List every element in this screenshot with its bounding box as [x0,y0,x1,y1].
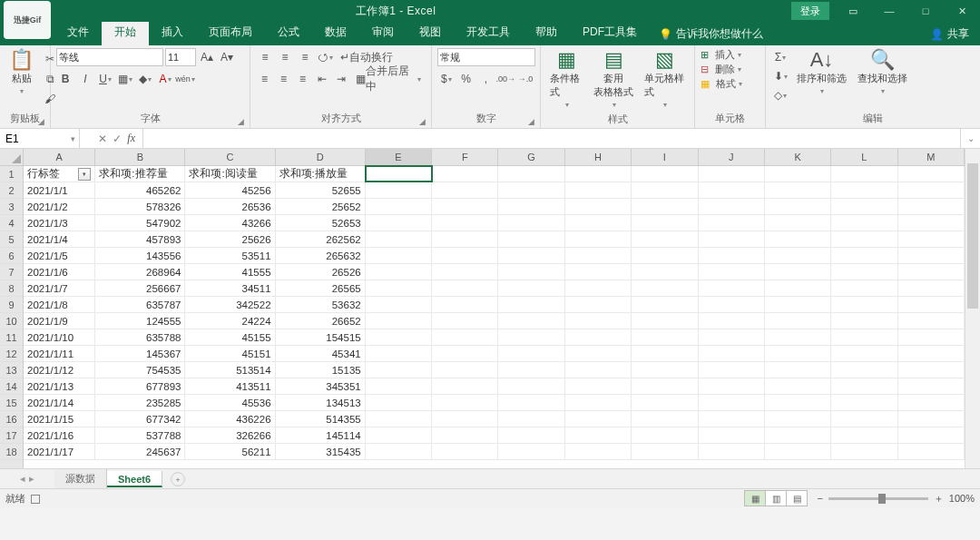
cell[interactable]: 514355 [276,411,366,427]
cell[interactable] [831,297,897,312]
tell-me[interactable]: 💡告诉我你想做什么 [650,23,772,45]
cell[interactable] [498,182,564,198]
cell[interactable] [765,166,831,182]
cell[interactable] [898,444,965,459]
row-header[interactable]: 4 [0,215,23,231]
phonetic-icon[interactable]: wén▾ [176,70,194,88]
cell[interactable]: 268964 [95,264,185,280]
dialog-launcher-icon[interactable]: ◢ [238,117,244,126]
cell[interactable]: 235285 [95,395,185,410]
cell[interactable] [765,346,831,361]
row-header[interactable]: 14 [0,378,23,395]
decrease-decimal-icon[interactable]: →.0 [516,70,534,88]
zoom-slider[interactable] [828,497,928,500]
cell[interactable] [366,182,432,198]
align-left-icon[interactable]: ≡ [256,70,273,88]
cell[interactable]: 262562 [276,231,366,247]
cell[interactable]: 2021/1/7 [24,280,95,296]
cell[interactable] [831,346,897,361]
cell[interactable] [632,248,698,263]
cell[interactable]: 45155 [185,329,275,345]
chevron-down-icon[interactable]: ▾ [71,134,75,143]
cell[interactable] [699,313,765,329]
tab-file[interactable]: 文件 [54,21,102,45]
cell[interactable]: 2021/1/6 [24,264,95,280]
cell[interactable] [498,231,564,247]
cell[interactable] [366,362,432,378]
cell[interactable] [565,329,632,345]
cell[interactable]: 245637 [95,444,185,459]
cell[interactable]: 25626 [185,231,275,247]
increase-indent-icon[interactable]: ⇥ [332,70,349,88]
cell[interactable] [632,264,698,280]
cell[interactable] [498,199,564,214]
autosum-icon[interactable]: Σ▾ [771,48,789,66]
cell[interactable] [765,215,831,231]
cell[interactable] [898,248,965,263]
formula-input[interactable] [143,129,960,148]
cell[interactable] [565,297,632,312]
tab-data[interactable]: 数据 [312,21,359,45]
cell[interactable] [632,329,698,345]
fx-icon[interactable]: fx [127,132,135,145]
cell[interactable] [565,444,632,459]
cell[interactable] [898,378,965,394]
cell[interactable]: 52653 [276,215,366,231]
cell[interactable] [699,378,765,394]
cell[interactable] [898,395,965,410]
cell[interactable]: 326266 [185,427,275,443]
cell[interactable] [831,182,897,198]
column-header[interactable]: H [565,149,632,165]
align-bottom-icon[interactable]: ≡ [296,48,314,66]
cell[interactable] [898,329,965,345]
cell[interactable] [831,215,897,231]
cell[interactable] [565,427,632,443]
cell[interactable] [699,395,765,410]
cell[interactable]: 635788 [95,329,185,345]
cell[interactable] [632,411,698,427]
cell[interactable] [432,231,498,247]
cell[interactable]: 256667 [95,280,185,296]
percent-icon[interactable]: % [457,70,475,88]
cell[interactable] [366,346,432,361]
cell[interactable] [498,411,564,427]
fill-color-icon[interactable]: ◆▾ [136,70,154,88]
cell[interactable]: 436226 [185,411,275,427]
comma-icon[interactable]: , [477,70,495,88]
cell[interactable]: 2021/1/9 [24,313,95,329]
cell[interactable] [831,264,897,280]
cell[interactable] [366,231,432,247]
minimize-icon[interactable]: — [871,0,907,22]
row-header[interactable]: 5 [0,231,23,248]
cell[interactable] [632,166,698,182]
column-header[interactable]: B [95,149,185,165]
cell[interactable] [765,248,831,263]
cell[interactable]: 145367 [95,346,185,361]
cell[interactable] [432,313,498,329]
cell[interactable]: 52655 [276,182,366,198]
dialog-launcher-icon[interactable]: ◢ [38,117,44,126]
cell[interactable] [565,395,632,410]
cell[interactable] [565,280,632,296]
column-header[interactable]: J [699,149,765,165]
cell[interactable]: 315435 [276,444,366,459]
cell[interactable] [831,411,897,427]
cell[interactable] [366,427,432,443]
zoom-in-icon[interactable]: ＋ [934,492,944,506]
cell[interactable] [432,297,498,312]
cell[interactable] [565,346,632,361]
cell[interactable] [898,166,965,182]
cell[interactable] [699,362,765,378]
cell[interactable]: 345351 [276,378,366,394]
cell[interactable] [632,199,698,214]
cell[interactable] [432,199,498,214]
italic-icon[interactable]: I [76,70,94,88]
cell[interactable] [898,264,965,280]
tab-page-layout[interactable]: 页面布局 [196,21,265,45]
cell[interactable]: 43266 [185,215,275,231]
cell[interactable]: 413511 [185,378,275,394]
cell[interactable]: 求和项:阅读量 [185,166,275,182]
row-header[interactable]: 12 [0,346,23,362]
row-header[interactable]: 13 [0,362,23,378]
column-header[interactable]: E [366,149,432,165]
